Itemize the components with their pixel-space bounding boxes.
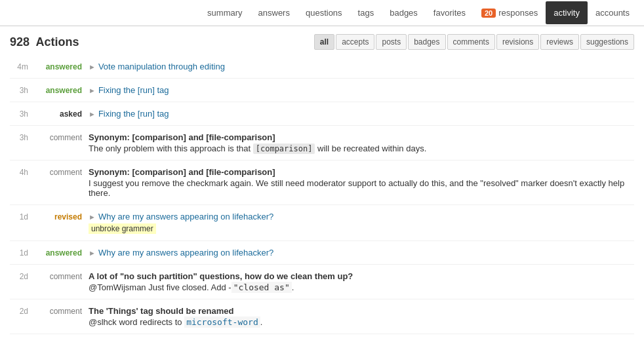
filter-all[interactable]: all bbox=[314, 34, 334, 50]
time-label: 1d bbox=[10, 212, 28, 221]
page-header: 928 Actions all accepts posts badges com… bbox=[0, 26, 644, 55]
table-row: 1d answered ► Why are my answers appeari… bbox=[10, 241, 634, 265]
activity-type: asked bbox=[35, 109, 82, 119]
content-col: Synonym: [comparison] and [file-comparis… bbox=[89, 167, 634, 198]
responses-badge: 20 bbox=[481, 9, 496, 18]
content-col: The 'Things' tag should be renamed @slhc… bbox=[89, 306, 634, 327]
comment-title[interactable]: The 'Things' tag should be renamed bbox=[89, 306, 634, 316]
activity-type: comment bbox=[35, 306, 82, 316]
nav-tags[interactable]: tags bbox=[350, 1, 382, 24]
activity-type: comment bbox=[35, 271, 82, 281]
time-label: 3h bbox=[10, 85, 28, 95]
table-row: 2d comment A lot of "no such partition" … bbox=[10, 265, 634, 299]
content-col: ► Vote manipulation through editing bbox=[89, 62, 634, 71]
comment-body: I suggest you remove the checkmark again… bbox=[89, 178, 634, 198]
content-col: A lot of "no such partition" questions, … bbox=[89, 271, 634, 292]
table-row: 1d revised ► Why are my answers appearin… bbox=[10, 205, 634, 241]
filter-tabs: all accepts posts badges comments revisi… bbox=[314, 34, 634, 50]
comment-title[interactable]: A lot of "no such partition" questions, … bbox=[89, 271, 634, 281]
table-row: 4m answered ► Vote manipulation through … bbox=[10, 55, 634, 79]
inline-code: [comparison] bbox=[253, 144, 315, 154]
comment-title[interactable]: Synonym: [comparison] and [file-comparis… bbox=[89, 167, 634, 177]
time-label: 2d bbox=[10, 306, 28, 316]
activity-link[interactable]: ► Fixing the [run] tag bbox=[89, 109, 634, 119]
filter-revisions[interactable]: revisions bbox=[496, 34, 539, 50]
content-col: Synonym: [comparison] and [file-comparis… bbox=[89, 132, 634, 153]
time-label: 4m bbox=[10, 62, 28, 71]
time-label: 2d bbox=[10, 271, 28, 281]
page-title-label: Actions bbox=[35, 35, 79, 48]
activity-list: 4m answered ► Vote manipulation through … bbox=[0, 55, 644, 334]
triangle-icon: ► bbox=[89, 213, 96, 221]
filter-suggestions[interactable]: suggestions bbox=[580, 34, 634, 50]
activity-link[interactable]: ► Why are my answers appearing on lifeha… bbox=[89, 212, 634, 221]
activity-type: answered bbox=[35, 62, 82, 71]
content-col: ► Why are my answers appearing on lifeha… bbox=[89, 212, 634, 234]
activity-link[interactable]: ► Why are my answers appearing on lifeha… bbox=[89, 248, 634, 258]
filter-posts[interactable]: posts bbox=[376, 34, 407, 50]
activity-type: comment bbox=[35, 167, 82, 177]
page-title: 928 Actions bbox=[10, 35, 79, 49]
content-col: ► Why are my answers appearing on lifeha… bbox=[89, 248, 634, 258]
nav-answers[interactable]: answers bbox=[251, 1, 298, 24]
comment-link[interactable]: microsoft-word bbox=[184, 317, 260, 328]
action-count: 928 bbox=[10, 35, 30, 48]
triangle-icon: ► bbox=[89, 249, 96, 257]
filter-accepts[interactable]: accepts bbox=[336, 34, 374, 50]
triangle-icon: ► bbox=[89, 63, 96, 71]
top-nav: summary answers questions tags badges fa… bbox=[0, 0, 644, 26]
activity-type: revised bbox=[35, 212, 82, 221]
nav-summary[interactable]: summary bbox=[199, 1, 250, 24]
nav-accounts[interactable]: accounts bbox=[588, 1, 637, 24]
activity-link[interactable]: ► Fixing the [run] tag bbox=[89, 85, 634, 95]
filter-reviews[interactable]: reviews bbox=[540, 34, 579, 50]
nav-questions[interactable]: questions bbox=[298, 1, 350, 24]
inline-code: "closed as" bbox=[231, 282, 292, 293]
nav-badges[interactable]: badges bbox=[382, 1, 426, 24]
comment-body: @slhck word redirects to microsoft-word. bbox=[89, 317, 634, 327]
activity-type: comment bbox=[35, 132, 82, 142]
triangle-icon: ► bbox=[89, 86, 96, 94]
table-row: 3h comment Synonym: [comparison] and [fi… bbox=[10, 126, 634, 161]
comment-body: The only problem with this approach is t… bbox=[89, 144, 634, 153]
table-row: 3h asked ► Fixing the [run] tag bbox=[10, 102, 634, 126]
revision-highlight: unbroke grammer bbox=[89, 223, 156, 234]
nav-activity[interactable]: activity bbox=[546, 1, 588, 24]
time-label: 3h bbox=[10, 109, 28, 119]
filter-badges[interactable]: badges bbox=[408, 34, 445, 50]
nav-favorites[interactable]: favorites bbox=[426, 1, 473, 24]
table-row: 3h answered ► Fixing the [run] tag bbox=[10, 79, 634, 102]
time-label: 3h bbox=[10, 132, 28, 142]
filter-comments[interactable]: comments bbox=[447, 34, 495, 50]
time-label: 4h bbox=[10, 167, 28, 177]
triangle-icon: ► bbox=[89, 110, 96, 118]
activity-type: answered bbox=[35, 248, 82, 258]
activity-type: answered bbox=[35, 85, 82, 95]
nav-responses[interactable]: 20responses bbox=[473, 1, 546, 24]
activity-link[interactable]: ► Vote manipulation through editing bbox=[89, 62, 634, 71]
time-label: 1d bbox=[10, 248, 28, 258]
comment-title[interactable]: Synonym: [comparison] and [file-comparis… bbox=[89, 132, 634, 142]
table-row: 4h comment Synonym: [comparison] and [fi… bbox=[10, 161, 634, 205]
table-row: 2d comment The 'Things' tag should be re… bbox=[10, 299, 634, 334]
comment-body: @TomWijsman Just five closed. Add -"clos… bbox=[89, 282, 634, 292]
content-col: ► Fixing the [run] tag bbox=[89, 109, 634, 119]
content-col: ► Fixing the [run] tag bbox=[89, 85, 634, 95]
